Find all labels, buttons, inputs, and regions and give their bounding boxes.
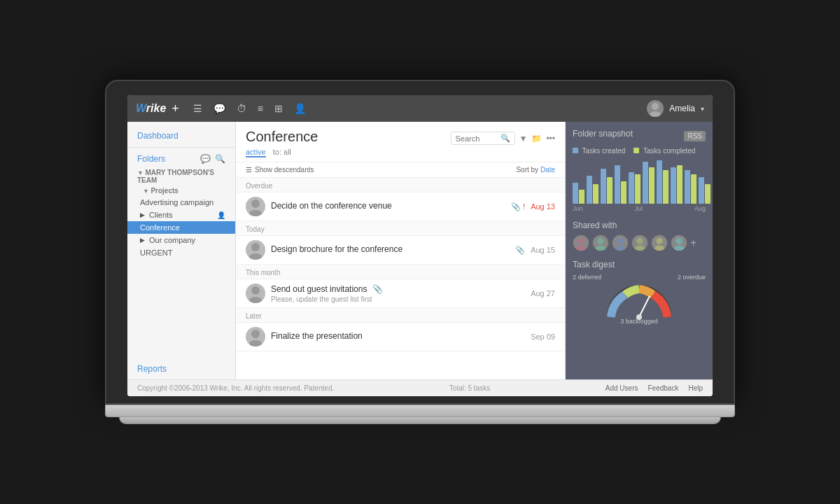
svg-point-3 bbox=[249, 210, 262, 216]
tab-to-all[interactable]: to: all bbox=[273, 148, 291, 158]
task-avatar bbox=[246, 284, 265, 303]
bar-blue bbox=[573, 183, 578, 204]
bar-chart bbox=[573, 159, 706, 215]
chat-icon[interactable]: 💬 bbox=[214, 103, 225, 114]
topbar: Wrike + ☰ 💬 ⏱ ≡ ⊞ 👤 bbox=[127, 95, 713, 122]
user-avatar bbox=[647, 100, 664, 117]
gauge-labels-top: 2 deferred 2 overdue bbox=[573, 274, 706, 281]
bar-green bbox=[677, 165, 682, 204]
section-later: Later bbox=[236, 308, 565, 323]
svg-point-8 bbox=[251, 330, 260, 338]
projects-label: ▼ Projects bbox=[127, 186, 235, 196]
bar-green bbox=[621, 181, 626, 204]
svg-point-11 bbox=[576, 246, 587, 251]
bar-green bbox=[705, 184, 710, 204]
bar-green bbox=[649, 167, 654, 204]
clients-add-icon[interactable]: 👤 bbox=[217, 211, 225, 219]
bar-group bbox=[671, 165, 682, 204]
add-users-link[interactable]: Add Users bbox=[606, 384, 638, 392]
task-item[interactable]: Decide on the conference venue 📎 ! Aug 1… bbox=[236, 192, 565, 221]
bar-blue bbox=[685, 170, 690, 204]
bar-group bbox=[699, 177, 710, 204]
filter-icon[interactable]: ▼ bbox=[519, 134, 528, 144]
descendants-icon: ☰ bbox=[246, 166, 252, 174]
svg-point-20 bbox=[676, 238, 682, 244]
bar-blue bbox=[643, 162, 648, 204]
rss-button[interactable]: RSS bbox=[684, 131, 706, 141]
folder-chat-icon[interactable]: 💬 bbox=[200, 154, 211, 164]
bar-group bbox=[685, 170, 696, 204]
help-link[interactable]: Help bbox=[688, 384, 703, 392]
user-icon[interactable]: 👤 bbox=[294, 103, 306, 114]
clients-chevron: ▶ bbox=[140, 211, 145, 218]
add-button[interactable]: + bbox=[172, 102, 179, 116]
ourcompany-chevron: ▶ bbox=[140, 237, 145, 244]
folder-icon[interactable]: 📁 bbox=[531, 134, 542, 144]
copyright-text: Copyright ©2006-2013 Wrike, Inc. All rig… bbox=[137, 384, 334, 392]
screen: Wrike + ☰ 💬 ⏱ ≡ ⊞ 👤 bbox=[127, 95, 713, 396]
feedback-link[interactable]: Feedback bbox=[648, 384, 678, 392]
username-label[interactable]: Amelia bbox=[669, 104, 695, 113]
add-shared-button[interactable]: + bbox=[690, 237, 696, 249]
bar-group bbox=[643, 162, 654, 204]
user-dropdown-icon[interactable]: ▾ bbox=[701, 105, 704, 113]
task-digest-title: Task digest bbox=[573, 260, 706, 270]
bar-green bbox=[663, 170, 668, 204]
task-content: Design brochure for the conference bbox=[271, 244, 510, 255]
main-content: Dashboard Folders 💬 🔍 bbox=[127, 122, 713, 379]
section-thismonth: This month bbox=[236, 265, 565, 279]
chart-legend: Tasks created Tasks completed bbox=[573, 147, 706, 155]
section-overdue: Overdue bbox=[236, 178, 565, 192]
sidebar-item-urgent[interactable]: URGENT bbox=[127, 246, 235, 259]
deferred-label: 2 deferred bbox=[573, 274, 601, 281]
timer-icon[interactable]: ⏱ bbox=[237, 103, 246, 114]
svg-point-18 bbox=[656, 238, 662, 244]
task-date: Aug 13 bbox=[531, 202, 555, 211]
sidebar-item-advertising[interactable]: Advertising campaign bbox=[127, 196, 235, 209]
bar-green bbox=[593, 184, 598, 204]
app-logo: Wrike bbox=[136, 102, 166, 115]
svg-point-16 bbox=[636, 238, 643, 244]
sidebar-item-dashboard[interactable]: Dashboard bbox=[127, 127, 235, 144]
section-today: Today bbox=[236, 221, 565, 236]
gauge-wrapper bbox=[573, 282, 706, 321]
search-icon: 🔍 bbox=[500, 134, 510, 143]
bar-group bbox=[629, 172, 640, 204]
shared-avatar bbox=[592, 234, 609, 251]
sidebar-reports[interactable]: Reports bbox=[127, 358, 235, 379]
svg-point-9 bbox=[249, 340, 262, 346]
center-header: Conference 🔍 ▼ 📁 ••• bbox=[236, 122, 565, 162]
show-descendants-btn[interactable]: ☰ Show descendants bbox=[246, 166, 314, 174]
task-item[interactable]: Finalize the presentation Sep 09 bbox=[236, 323, 565, 351]
menu-icon[interactable]: ☰ bbox=[193, 103, 202, 114]
shared-with-section: Shared with bbox=[573, 220, 706, 251]
folder-search-icon[interactable]: 🔍 bbox=[215, 154, 225, 164]
app-footer: Copyright ©2006-2013 Wrike, Inc. All rig… bbox=[127, 379, 713, 396]
shared-with-title: Shared with bbox=[573, 220, 706, 230]
grid-icon[interactable]: ⊞ bbox=[274, 103, 283, 114]
more-icon[interactable]: ••• bbox=[546, 134, 555, 144]
svg-point-19 bbox=[654, 246, 665, 251]
sidebar-item-conference[interactable]: Conference bbox=[127, 221, 235, 234]
sort-by: Sort by Date bbox=[516, 166, 555, 174]
svg-point-17 bbox=[635, 246, 645, 251]
shared-avatar bbox=[612, 234, 629, 251]
search-input[interactable] bbox=[456, 134, 498, 143]
svg-point-1 bbox=[650, 111, 661, 117]
folder-icons: 💬 🔍 bbox=[200, 154, 225, 164]
shared-avatar bbox=[573, 234, 589, 251]
svg-point-5 bbox=[249, 253, 262, 260]
folder-title: Conference bbox=[246, 129, 318, 145]
total-tasks: Total: 5 tasks bbox=[449, 384, 490, 392]
sidebar-item-clients[interactable]: ▶ Clients 👤 bbox=[127, 209, 235, 221]
list-icon[interactable]: ≡ bbox=[258, 103, 263, 114]
sidebar-item-ourcompany[interactable]: ▶ Our company bbox=[127, 234, 235, 246]
task-date: Aug 15 bbox=[531, 246, 555, 254]
task-avatar bbox=[246, 327, 265, 346]
tab-active[interactable]: active bbox=[246, 148, 266, 158]
legend-dot-completed bbox=[634, 148, 639, 153]
topbar-nav: ☰ 💬 ⏱ ≡ ⊞ 👤 bbox=[193, 103, 648, 114]
task-item[interactable]: Send out guest invitations 📎 Please, upd… bbox=[236, 279, 565, 308]
task-item[interactable]: Design brochure for the conference 📎 Aug… bbox=[236, 236, 565, 265]
folder-snapshot-title: Folder snapshot bbox=[573, 129, 633, 139]
